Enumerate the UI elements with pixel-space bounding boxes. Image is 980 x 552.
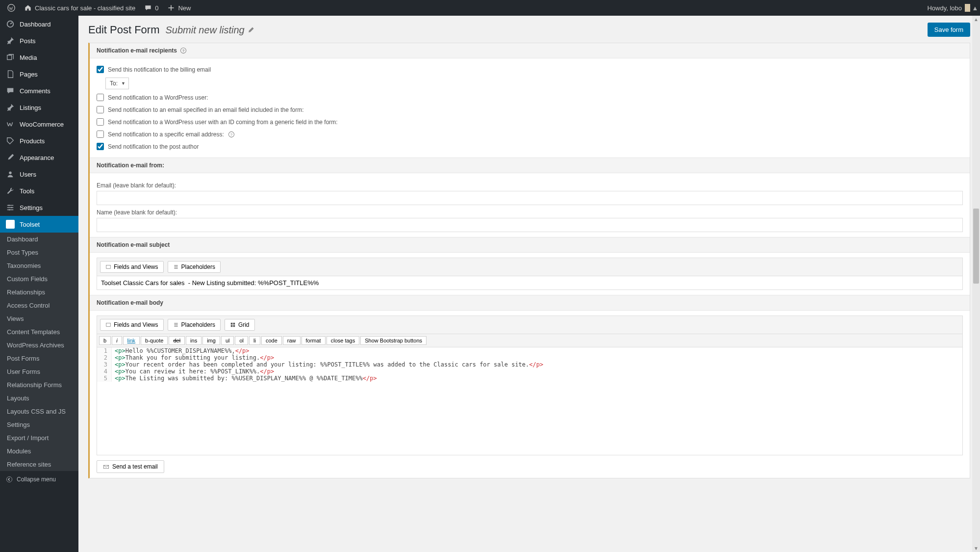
sidebar-label: Users	[20, 171, 36, 178]
placeholders-button-body[interactable]: Placeholders	[168, 319, 221, 331]
sub-views[interactable]: Views	[0, 312, 78, 325]
pin-icon	[6, 103, 15, 112]
comments-link[interactable]: 0	[144, 4, 158, 12]
sub-relationship-forms[interactable]: Relationship Forms	[0, 378, 78, 392]
qt-ins[interactable]: ins	[186, 336, 201, 345]
sub-modules[interactable]: Modules	[0, 445, 78, 458]
chk-specific-label: Send notification to a specific email ad…	[108, 131, 224, 138]
qt-del[interactable]: del	[169, 336, 185, 345]
body-code-editor[interactable]: 1<p>Hello %%CUSTOMER_DISPLAYNAME%%,</p> …	[97, 347, 963, 455]
sub-layouts[interactable]: Layouts	[0, 392, 78, 405]
section-recipients-title: Notification e-mail recipients	[97, 47, 177, 54]
svg-point-5	[9, 209, 10, 210]
to-label: To:	[110, 80, 118, 87]
qt-format[interactable]: format	[302, 336, 326, 345]
sub-layouts-css-js[interactable]: Layouts CSS and JS	[0, 405, 78, 418]
sidebar-item-media[interactable]: Media	[0, 49, 78, 66]
chk-email-field[interactable]	[97, 106, 104, 113]
from-email-input[interactable]	[97, 191, 963, 205]
qt-bquote[interactable]: b-quote	[141, 336, 168, 345]
site-name-link[interactable]: Classic cars for sale - classified site	[24, 4, 135, 12]
sidebar-label: Tools	[20, 187, 34, 195]
qt-link[interactable]: link	[123, 336, 140, 345]
scroll-down-arrow[interactable]: ▼	[972, 546, 980, 551]
sub-dashboard[interactable]: Dashboard	[0, 233, 78, 246]
fields-views-button-body[interactable]: Fields and Views	[100, 319, 164, 331]
svg-rect-11	[106, 265, 110, 268]
fields-views-button[interactable]: Fields and Views	[100, 261, 164, 273]
page-title: Edit Post Form	[88, 24, 159, 36]
svg-rect-15	[231, 325, 233, 327]
site-name: Classic cars for sale - classified site	[35, 4, 135, 12]
sub-access-control[interactable]: Access Control	[0, 299, 78, 312]
chk-wp-user-id[interactable]	[97, 118, 104, 126]
chk-wp-user[interactable]	[97, 94, 104, 101]
qt-li[interactable]: li	[249, 336, 260, 345]
svg-rect-13	[231, 323, 233, 325]
chk-billing-email[interactable]	[97, 66, 104, 73]
sidebar-item-toolset[interactable]: Toolset	[0, 216, 78, 233]
qt-b[interactable]: b	[99, 336, 111, 345]
grid-button[interactable]: Grid	[225, 319, 255, 331]
section-recipients-head: Notification e-mail recipients ?	[90, 43, 970, 58]
sidebar-item-listings[interactable]: Listings	[0, 99, 78, 116]
page-subtitle: Submit new listing	[165, 25, 244, 36]
help-icon[interactable]: ?	[228, 131, 235, 138]
sidebar-item-dashboard[interactable]: Dashboard	[0, 16, 78, 32]
save-form-button[interactable]: Save form	[928, 23, 970, 37]
sub-relationships[interactable]: Relationships	[0, 286, 78, 299]
sub-post-forms[interactable]: Post Forms	[0, 352, 78, 365]
send-test-email-button[interactable]: Send a test email	[97, 460, 164, 473]
wrench-icon	[6, 186, 15, 195]
sub-taxonomies[interactable]: Taxonomies	[0, 259, 78, 272]
scroll-thumb[interactable]	[973, 209, 979, 284]
chk-specific-email[interactable]	[97, 131, 104, 138]
qt-close-tags[interactable]: close tags	[327, 336, 360, 345]
image-icon	[105, 322, 111, 328]
howdy-link[interactable]: Howdy, lobo	[927, 4, 973, 12]
pencil-icon[interactable]	[248, 26, 254, 33]
sidebar-item-products[interactable]: Products	[0, 132, 78, 149]
scroll-up-arrow[interactable]: ▲	[972, 17, 980, 22]
qt-raw[interactable]: raw	[283, 336, 301, 345]
sidebar-item-appearance[interactable]: Appearance	[0, 149, 78, 166]
from-name-input[interactable]	[97, 218, 963, 232]
sidebar-label: Pages	[20, 71, 38, 78]
new-link[interactable]: New	[167, 4, 191, 12]
wp-logo[interactable]	[7, 4, 15, 12]
sub-content-templates[interactable]: Content Templates	[0, 325, 78, 339]
sub-export-import[interactable]: Export / Import	[0, 431, 78, 445]
svg-rect-14	[233, 323, 235, 325]
collapse-menu[interactable]: Collapse menu	[0, 471, 78, 488]
qt-code[interactable]: code	[261, 336, 282, 345]
section-subject-head: Notification e-mail subject	[90, 237, 970, 253]
qt-ul[interactable]: ul	[221, 336, 234, 345]
sub-post-types[interactable]: Post Types	[0, 246, 78, 259]
chk-email-field-label: Send notification to an email specified …	[108, 106, 304, 113]
sub-user-forms[interactable]: User Forms	[0, 365, 78, 378]
to-select[interactable]: To:	[105, 78, 129, 89]
qt-img[interactable]: img	[202, 336, 220, 345]
sidebar-item-comments[interactable]: Comments	[0, 82, 78, 99]
sidebar-item-settings[interactable]: Settings	[0, 199, 78, 216]
collapse-panel-arrow[interactable]: ▲	[970, 0, 980, 16]
sidebar-item-woocommerce[interactable]: WooCommerce	[0, 116, 78, 132]
howdy-text: Howdy, lobo	[927, 4, 962, 12]
sub-reference-sites[interactable]: Reference sites	[0, 458, 78, 471]
scrollbar[interactable]: ▲ ▼	[972, 16, 980, 552]
qt-ol[interactable]: ol	[235, 336, 248, 345]
sidebar-item-users[interactable]: Users	[0, 166, 78, 183]
sidebar-item-posts[interactable]: Posts	[0, 32, 78, 49]
qt-i[interactable]: i	[112, 336, 122, 345]
qt-show-bootstrap[interactable]: Show Bootstrap buttons	[360, 336, 427, 345]
chk-post-author[interactable]	[97, 143, 104, 150]
pin-icon	[6, 36, 15, 45]
sidebar-item-tools[interactable]: Tools	[0, 183, 78, 199]
placeholders-button[interactable]: Placeholders	[168, 261, 221, 273]
help-icon[interactable]: ?	[180, 47, 187, 54]
sidebar-item-pages[interactable]: Pages	[0, 66, 78, 82]
subject-input[interactable]	[97, 276, 963, 290]
sub-settings[interactable]: Settings	[0, 418, 78, 431]
sub-wp-archives[interactable]: WordPress Archives	[0, 339, 78, 352]
sub-custom-fields[interactable]: Custom Fields	[0, 272, 78, 286]
